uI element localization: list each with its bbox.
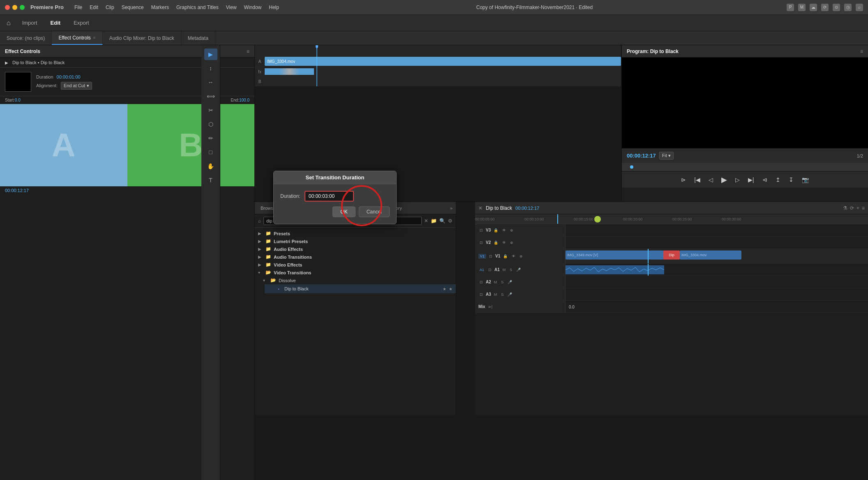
fit-dropdown[interactable]: Fit ▾ (659, 152, 674, 160)
track-a3-mic-btn[interactable]: 🎤 (506, 292, 513, 297)
panel-menu-icon[interactable]: ≡ (247, 49, 249, 54)
menu-markers[interactable]: Markers (148, 3, 172, 12)
minimize-button[interactable] (12, 5, 17, 10)
overwrite-button[interactable]: ↧ (787, 175, 795, 185)
rolling-edit-tool[interactable]: ⟺ (204, 90, 217, 102)
zoom-button[interactable] (20, 5, 25, 10)
video-clip-1[interactable]: IMG_3349.mov [V] (566, 250, 664, 260)
track-v2-sync-btn[interactable]: ⊡ (478, 240, 484, 245)
dialog-cancel-button[interactable]: Cancel (359, 206, 390, 217)
menu-view[interactable]: View (223, 3, 240, 12)
export-button[interactable]: Export (69, 18, 94, 28)
track-a1-sync-btn[interactable]: ⊡ (487, 267, 493, 272)
play-stop-button[interactable]: ▶ (720, 174, 729, 186)
frame-back-button[interactable]: ◁ (707, 175, 715, 185)
track-a1-s-btn[interactable]: S (508, 267, 513, 272)
dialog-duration-input[interactable] (305, 191, 354, 202)
track-select-tool[interactable]: ↕ (204, 63, 217, 74)
track-a3-s-btn[interactable]: S (500, 292, 505, 297)
dialog-ok-button[interactable]: OK (332, 206, 355, 217)
track-a1-mic-btn[interactable]: 🎤 (515, 267, 522, 272)
track-v3-target-btn[interactable]: ⊕ (509, 228, 515, 233)
track-a1-content[interactable] (566, 264, 868, 276)
timeline-close-icon[interactable]: ✕ (478, 205, 482, 211)
track-a1-m-btn[interactable]: M (501, 267, 507, 272)
tree-item-dissolve[interactable]: ▾ 📂 Dissolve (260, 276, 456, 284)
track-mix-end-btn[interactable]: ⊳| (487, 304, 494, 309)
tree-item-audio-transitions[interactable]: ▶ 📁 Audio Transitions (255, 253, 456, 261)
tree-item-video-effects[interactable]: ▶ 📁 Video Effects (255, 261, 456, 269)
video-clip-2[interactable]: IMG_3304.mov (680, 250, 741, 260)
menu-clip[interactable]: Clip (102, 3, 118, 12)
track-v2-lock-btn[interactable]: 🔒 (492, 240, 499, 245)
play-button[interactable]: ▶ (5, 60, 8, 65)
step-back-button[interactable]: |◀ (693, 175, 702, 185)
find-button[interactable]: 🔍 (439, 218, 446, 224)
pen-tool[interactable]: ✏ (204, 132, 217, 144)
track-a2-s-btn[interactable]: S (500, 280, 505, 285)
track-v3-content[interactable] (566, 224, 868, 236)
edit-button[interactable]: Edit (46, 18, 66, 28)
alignment-dropdown[interactable]: End at Cut ▾ (61, 82, 92, 90)
track-v2-content[interactable] (566, 237, 868, 248)
transition-clip[interactable]: Dip (663, 250, 680, 260)
mark-out-button[interactable]: ⊲ (761, 175, 769, 185)
track-a2-mic-btn[interactable]: 🎤 (506, 280, 513, 285)
track-v2-eye-btn[interactable]: 👁 (501, 240, 507, 245)
menu-window[interactable]: Window (241, 3, 265, 12)
set-transition-duration-dialog[interactable]: Set Transition Duration Duration: OK Can… (273, 171, 397, 224)
razor-tool[interactable]: ✂ (204, 104, 217, 116)
insert-button[interactable]: ↥ (774, 175, 782, 185)
hand-tool[interactable]: ✋ (204, 160, 217, 172)
track-v1-target-btn[interactable]: V1 (478, 254, 486, 259)
timeline-filter-icon[interactable]: ⚗ (843, 205, 847, 211)
track-v1-more-btn[interactable]: ⊕ (518, 254, 524, 259)
tree-item-video-transitions[interactable]: ▾ 📂 Video Transitions (255, 269, 456, 276)
track-v3-sync-btn[interactable]: ⊡ (478, 228, 484, 233)
close-icon[interactable]: ≡ (93, 35, 96, 40)
mark-in-button[interactable]: ⊳ (679, 175, 688, 185)
home-icon[interactable]: ⌂ (7, 19, 11, 27)
track-a3-sync-btn[interactable]: ⊡ (478, 292, 484, 297)
effects-settings-button[interactable]: ⚙ (448, 218, 452, 224)
audio-clip-a1[interactable] (566, 265, 664, 274)
slip-tool[interactable]: ⬡ (204, 118, 217, 130)
tree-item-dip-to-black[interactable]: ▶ ▪ Dip to Black ★ ★ (265, 284, 456, 293)
rectangle-tool[interactable]: □ (204, 146, 217, 158)
track-v2-target-btn[interactable]: ⊕ (509, 240, 515, 245)
type-tool[interactable]: T (204, 174, 217, 186)
timeline-add-icon[interactable]: + (856, 205, 859, 211)
track-a2-m-btn[interactable]: M (493, 280, 499, 285)
menu-help[interactable]: Help (265, 3, 282, 12)
selection-tool[interactable]: ▶ (204, 49, 217, 60)
tab-source[interactable]: Source: (no clips) (0, 31, 52, 45)
timeline-settings-icon[interactable]: ⟳ (850, 205, 854, 211)
program-timeline-bar[interactable] (622, 163, 868, 171)
track-a3-m-btn[interactable]: M (493, 292, 499, 297)
export-frame-button[interactable]: 📷 (800, 175, 810, 185)
ripple-edit-tool[interactable]: ↔ (204, 77, 217, 88)
track-a1-target-btn[interactable]: A1 (478, 267, 485, 272)
tab-audio-clip-mixer[interactable]: Audio Clip Mixer: Dip to Black (103, 31, 181, 45)
track-v1-eye-btn[interactable]: 👁 (510, 254, 517, 259)
frame-forward-button[interactable]: ▷ (734, 175, 741, 185)
track-v1-sync-btn[interactable]: ⊡ (488, 254, 494, 259)
track-a3-content[interactable] (566, 288, 868, 300)
track-v3-lock-btn[interactable]: 🔒 (492, 228, 499, 233)
search-icon[interactable]: ⌕ (856, 4, 863, 11)
menu-file[interactable]: File (71, 3, 85, 12)
track-a2-sync-btn[interactable]: ⊡ (478, 280, 484, 285)
menu-sequence[interactable]: Sequence (118, 3, 147, 12)
timeline-ruler[interactable]: 00:00:05:00 00:00:10:00 00:00:15:00 00:0… (475, 214, 868, 224)
program-menu-icon[interactable]: ≡ (860, 49, 863, 54)
tree-item-presets[interactable]: ▶ 📁 Presets (255, 230, 456, 237)
new-bin-button[interactable]: 📁 (431, 218, 437, 224)
timeline-menu-icon[interactable]: ≡ (862, 205, 865, 211)
import-button[interactable]: Import (17, 18, 42, 28)
clear-search-button[interactable]: ✕ (424, 218, 428, 224)
menu-edit[interactable]: Edit (86, 3, 102, 12)
tree-item-lumetri[interactable]: ▶ 📁 Lumetri Presets (255, 237, 456, 245)
track-mix-content[interactable]: 0.0 (566, 301, 868, 313)
tree-item-audio-effects[interactable]: ▶ 📁 Audio Effects (255, 245, 456, 253)
close-button[interactable] (5, 5, 10, 10)
